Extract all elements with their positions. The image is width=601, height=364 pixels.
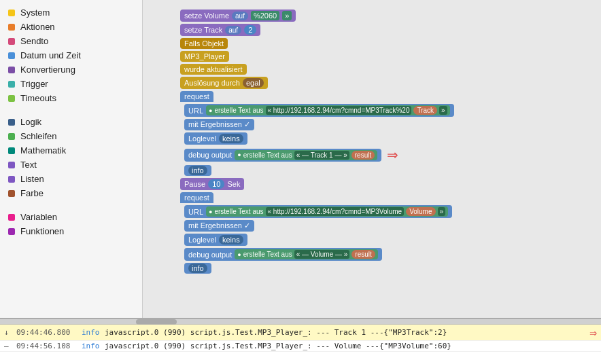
sidebar-item-sendto[interactable]: Sendto <box>0 34 142 48</box>
mit-ergebnissen-block[interactable]: mit Ergebnissen ✓ <box>184 119 254 130</box>
sidebar-item-farbe[interactable]: Farbe <box>0 186 142 200</box>
erstelle-text-block3[interactable]: ● erstelle Text aus « http://192.168.2.9… <box>206 206 448 217</box>
variablen-dot <box>8 214 15 221</box>
scroll-thumb[interactable] <box>136 319 177 325</box>
log-row-1: ↓ 09:44:46.800 info javascript.0 (990) s… <box>0 325 601 341</box>
mit-ergebnissen2-row: mit Ergebnissen ✓ <box>184 220 454 232</box>
system-dot <box>8 10 15 16</box>
request2-block[interactable]: request <box>180 192 213 203</box>
setze-volume-row: setze Volume auf %2060 » <box>180 10 454 22</box>
sidebar-item-system[interactable]: System <box>0 5 142 20</box>
result-pill2[interactable]: result <box>351 250 375 259</box>
logik-dot <box>8 119 15 126</box>
keins2-dropdown[interactable]: keins <box>219 235 243 244</box>
erstelle-text-block4[interactable]: ● erstelle Text aus « — Volume — » resul… <box>235 249 378 259</box>
info-pill2[interactable]: info <box>188 263 207 273</box>
request-row: request <box>180 91 454 102</box>
quote-end3: » <box>438 207 446 216</box>
sidebar-divider-2 <box>0 203 142 210</box>
loglevel2-row: Loglevel keins <box>184 234 454 246</box>
volume-pill[interactable]: Volume <box>406 207 435 216</box>
sidebar-item-mathematik[interactable]: Mathematik <box>0 143 142 158</box>
falls-objekt-label: Falls Objekt <box>184 39 224 48</box>
url2-block[interactable]: URL ● erstelle Text aus « http://192.168… <box>184 205 452 218</box>
erstelle-text-block2[interactable]: ● erstelle Text aus « — Track 1 — » resu… <box>235 150 377 160</box>
sidebar-item-label: System <box>20 7 50 18</box>
canvas-area: setze Volume auf %2060 » setze Track auf… <box>143 0 601 318</box>
sidebar-section-3: Variablen Funktionen <box>0 210 142 238</box>
mit-ergebnissen2-block[interactable]: mit Ergebnissen ✓ <box>184 220 254 232</box>
track-dropdown[interactable]: auf <box>225 26 241 35</box>
log-time-1: 09:44:46.800 <box>16 328 78 337</box>
mp3-player-block[interactable]: MP3_Player <box>180 51 229 62</box>
quote-end2: » <box>439 106 447 115</box>
loglevel-row: Loglevel keins <box>184 132 454 145</box>
sidebar-item-schleifen[interactable]: Schleifen <box>0 129 142 143</box>
mit-ergebnissen-row: mit Ergebnissen ✓ <box>184 119 454 130</box>
info-row: info <box>184 165 454 176</box>
auslosung-block[interactable]: Auslösung durch egal <box>180 77 268 89</box>
sidebar-item-timeouts[interactable]: Timeouts <box>0 91 142 105</box>
text-dot <box>8 162 15 168</box>
listen-dot <box>8 176 15 183</box>
falls-objekt-block[interactable]: Falls Objekt <box>180 38 228 49</box>
scroll-indicator <box>0 319 601 325</box>
loglevel2-block[interactable]: Loglevel keins <box>184 234 247 246</box>
track1-string: « — Track 1 — » <box>294 151 349 160</box>
setze-track-block[interactable]: setze Track auf 2 <box>180 24 260 36</box>
sidebar-item-listen[interactable]: Listen <box>0 172 142 186</box>
mp3-player-row: MP3_Player <box>180 51 454 62</box>
egal-dropdown[interactable]: egal <box>243 78 264 88</box>
info2-row: info <box>184 263 454 274</box>
sidebar-item-label: Funktionen <box>20 226 64 236</box>
keins-dropdown[interactable]: keins <box>219 134 243 143</box>
blocks-container: setze Volume auf %2060 » setze Track auf… <box>180 10 454 275</box>
sidebar-item-label: Trigger <box>20 79 48 89</box>
log-icon-2: — <box>4 342 14 350</box>
request-block[interactable]: request <box>180 91 213 102</box>
wurde-aktualisiert-block[interactable]: wurde aktualisiert <box>180 64 247 75</box>
info-pill[interactable]: info <box>188 166 207 175</box>
result-pill[interactable]: result <box>351 151 375 160</box>
volume-dropdown[interactable]: auf <box>232 12 248 20</box>
setze-track-label: setze Track <box>184 26 222 34</box>
sidebar-item-funktionen[interactable]: Funktionen <box>0 224 142 238</box>
falls-objekt-row: Falls Objekt <box>180 38 454 49</box>
sidebar-item-text[interactable]: Text <box>0 158 142 172</box>
sidebar-item-konvertierung[interactable]: Konvertierung <box>0 62 142 77</box>
loglevel-block[interactable]: Loglevel keins <box>184 132 247 145</box>
setze-volume-block[interactable]: setze Volume auf %2060 » <box>180 10 296 22</box>
url2-string: « http://192.168.2.94/cm?cmnd=MP3Volume <box>266 207 405 216</box>
pause-block[interactable]: Pause 10 Sek <box>180 178 244 190</box>
info2-block[interactable]: info <box>184 263 211 274</box>
volume-string: « — Volume — » <box>294 250 350 259</box>
auslosung-row: Auslösung durch egal <box>180 77 454 89</box>
log-icon-1: ↓ <box>4 328 14 337</box>
url-block[interactable]: URL ● erstelle Text aus « http://192.168… <box>184 104 454 117</box>
log-rows: ↓ 09:44:46.800 info javascript.0 (990) s… <box>0 325 601 364</box>
wurde-aktualisiert-label: wurde aktualisiert <box>184 65 243 73</box>
pause-row: Pause 10 Sek <box>180 178 454 190</box>
konvertierung-dot <box>8 67 15 73</box>
info-block[interactable]: info <box>184 165 211 176</box>
sidebar-item-trigger[interactable]: Trigger <box>0 77 142 91</box>
debug-output2-block[interactable]: debug output ● erstelle Text aus « — Vol… <box>184 248 382 261</box>
sidebar-item-label: Variablen <box>20 212 57 222</box>
sidebar-divider-1 <box>0 108 142 115</box>
sidebar-item-variablen[interactable]: Variablen <box>0 210 142 224</box>
quote-end: » <box>282 11 292 20</box>
debug-output2-row: debug output ● erstelle Text aus « — Vol… <box>184 248 454 261</box>
sidebar-item-datum[interactable]: Datum und Zeit <box>0 48 142 62</box>
url2-row: URL ● erstelle Text aus « http://192.168… <box>184 205 454 218</box>
log-msg-2: javascript.0 (990) script.js.Test.MP3_Pl… <box>105 342 597 350</box>
track-pill[interactable]: Track <box>413 106 437 115</box>
log-area: ↓ 09:44:46.800 info javascript.0 (990) s… <box>0 318 601 364</box>
sidebar-item-label: Timeouts <box>20 93 56 103</box>
debug-output-block[interactable]: debug output ● erstelle Text aus « — Tra… <box>184 149 381 162</box>
sidebar-item-label: Konvertierung <box>20 65 75 75</box>
block-workspace[interactable]: setze Volume auf %2060 » setze Track auf… <box>143 0 601 318</box>
erstelle-text-block[interactable]: ● erstelle Text aus « http://192.168.2.9… <box>206 105 450 115</box>
log-level-1: info <box>82 328 101 337</box>
sidebar-item-aktionen[interactable]: Aktionen <box>0 20 142 34</box>
sidebar-item-logik[interactable]: Logik <box>0 115 142 129</box>
